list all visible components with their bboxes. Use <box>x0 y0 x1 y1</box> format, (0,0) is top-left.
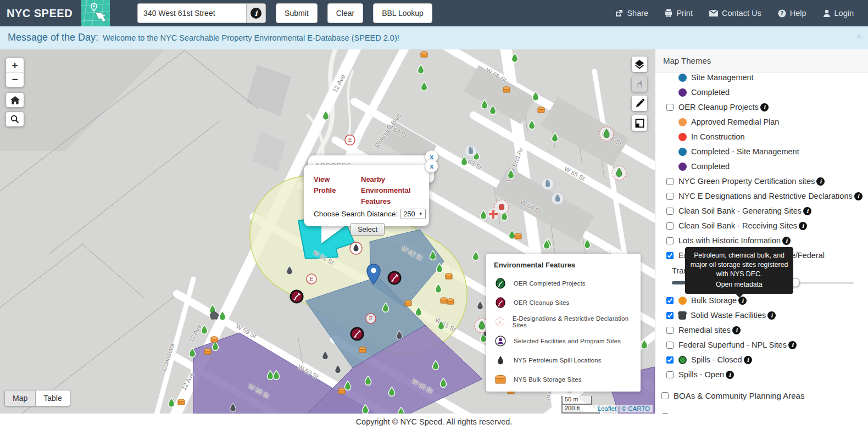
select-button[interactable]: Select <box>350 223 385 236</box>
spill-closed-marker[interactable] <box>489 105 497 115</box>
tab-map[interactable]: Map <box>4 390 36 406</box>
contact-us-link[interactable]: Contact Us <box>709 9 761 18</box>
bulk-storage-marker[interactable] <box>210 336 219 343</box>
open-metadata-link[interactable]: Open metadata <box>688 280 790 289</box>
spill-closed-marker[interactable] <box>472 251 480 261</box>
spill-closed-marker[interactable] <box>532 91 540 102</box>
checkbox-bulk-storage[interactable] <box>666 297 674 304</box>
spill-closed-marker[interactable] <box>420 81 429 92</box>
spill-closed-marker[interactable] <box>436 263 444 273</box>
share-link[interactable]: Share <box>615 9 648 18</box>
spill-closed-marker[interactable] <box>415 306 423 317</box>
oer-cleanup-marker[interactable] <box>387 271 402 286</box>
info-icon[interactable]: i <box>726 371 734 379</box>
checkbox-solid-waste-facilities[interactable] <box>666 312 674 319</box>
bulk-storage-marker[interactable] <box>445 273 453 280</box>
checkbox-spills-open[interactable] <box>666 371 674 378</box>
bbl-lookup-button[interactable]: BBL Lookup <box>373 3 432 23</box>
search-info-button[interactable]: i <box>246 3 266 23</box>
hospital-marker[interactable] <box>487 208 499 220</box>
e-designation-marker[interactable]: E <box>344 135 356 146</box>
tab-table[interactable]: Table <box>36 390 70 406</box>
draw-tool-button[interactable] <box>632 96 647 111</box>
bulk-storage-marker[interactable] <box>404 300 413 307</box>
checkbox-spills-closed[interactable] <box>666 356 674 364</box>
login-link[interactable]: Login <box>823 9 854 18</box>
zoom-in-button[interactable]: + <box>6 58 24 72</box>
checkbox-environmental-databases-state-federal[interactable] <box>666 252 674 259</box>
checkbox-lots-with-historic-information[interactable] <box>666 237 674 244</box>
checkbox-nyc-e-designations-and-restrictive-declarations[interactable] <box>666 193 674 200</box>
pan-tool-button[interactable]: ☝ <box>632 76 647 92</box>
spill-closed-marker[interactable] <box>432 360 440 371</box>
checkbox-remedial-sites[interactable] <box>666 327 674 334</box>
checkbox-oer-cleanup-projects[interactable] <box>666 104 674 111</box>
selected-facility-marker[interactable] <box>611 165 627 181</box>
info-icon[interactable]: i <box>732 326 741 334</box>
spill-closed-marker[interactable] <box>511 53 519 63</box>
spill-closed-marker[interactable] <box>480 210 488 220</box>
distance-select[interactable]: 250▼ <box>400 209 426 219</box>
checkbox-clean-soil-bank-receiving-sites[interactable] <box>666 222 674 230</box>
spill-closed-marker[interactable] <box>481 99 489 110</box>
checkbox-clean-soil-bank-generating-sites[interactable] <box>666 208 674 215</box>
spill-closed-marker[interactable] <box>361 404 370 414</box>
spill-closed-marker[interactable] <box>435 283 443 294</box>
petroleum-spill-marker[interactable] <box>334 364 342 374</box>
popup-close-icon[interactable]: x <box>425 160 438 172</box>
map-search-button[interactable] <box>5 111 24 127</box>
info-icon[interactable]: i <box>760 103 769 111</box>
print-link[interactable]: Print <box>665 9 693 18</box>
spill-closed-marker[interactable] <box>397 407 405 414</box>
carto-link[interactable]: © CARTO <box>621 405 650 412</box>
bulk-storage-marker[interactable] <box>420 51 429 58</box>
petroleum-spill-marker[interactable] <box>229 403 237 412</box>
checkbox-boas-community-planning-areas[interactable] <box>661 392 669 399</box>
oer-cleanup-marker[interactable] <box>290 289 304 304</box>
bulk-storage-marker[interactable] <box>177 399 186 406</box>
info-icon[interactable]: i <box>738 297 747 305</box>
spill-closed-marker[interactable] <box>168 398 176 408</box>
facility-hand-marker[interactable] <box>541 177 554 191</box>
nearby-features-link[interactable]: Nearby Environmental Features <box>361 174 421 207</box>
leaflet-link[interactable]: Leaflet <box>598 405 617 412</box>
bulk-storage-marker[interactable] <box>204 348 212 355</box>
checkbox-nyc-green-property-certification-sites[interactable] <box>666 178 674 185</box>
spill-closed-marker[interactable] <box>583 239 592 249</box>
view-profile-link[interactable]: View Profile <box>314 174 347 207</box>
selected-facility-marker[interactable] <box>598 126 615 142</box>
oer-cleanup-marker[interactable] <box>350 327 365 342</box>
home-button[interactable] <box>5 92 24 108</box>
bulk-storage-marker[interactable] <box>447 298 455 305</box>
address-search-input[interactable] <box>137 3 246 23</box>
map-canvas[interactable]: 12 Ave12 Ave12 AveConnectorRiverside Blv… <box>0 49 655 414</box>
spill-closed-marker[interactable] <box>528 120 536 130</box>
spill-closed-marker[interactable] <box>429 250 437 261</box>
motd-close-icon[interactable]: × <box>856 32 861 42</box>
solid-waste-marker[interactable] <box>210 311 219 320</box>
petroleum-spill-marker[interactable] <box>321 350 329 360</box>
checkbox-federal-superfund-npl-sites[interactable] <box>666 342 674 349</box>
petroleum-spill-marker[interactable] <box>286 265 293 275</box>
facility-hand-marker[interactable] <box>464 144 477 158</box>
bulk-storage-marker[interactable] <box>514 233 522 240</box>
bulk-storage-marker[interactable] <box>359 347 367 354</box>
petroleum-spill-marker[interactable] <box>476 300 484 310</box>
spill-closed-marker[interactable] <box>188 348 197 358</box>
selected-spill-marker[interactable] <box>349 241 363 255</box>
extent-tool-button[interactable] <box>632 115 647 131</box>
spill-closed-marker[interactable] <box>641 339 649 350</box>
bulk-storage-marker[interactable] <box>537 107 546 114</box>
facility-hand-marker[interactable] <box>551 192 564 205</box>
info-icon[interactable]: i <box>767 311 776 320</box>
spill-closed-marker[interactable] <box>382 303 390 313</box>
layers-button[interactable] <box>632 57 647 72</box>
bulk-storage-marker[interactable] <box>338 388 346 395</box>
spill-closed-marker[interactable] <box>388 387 396 397</box>
help-link[interactable]: ? Help <box>778 9 806 18</box>
info-icon[interactable]: i <box>854 192 863 200</box>
clear-button[interactable]: Clear <box>327 3 363 23</box>
spill-closed-marker[interactable] <box>364 376 372 386</box>
info-icon[interactable]: i <box>782 237 791 245</box>
petroleum-spill-marker[interactable] <box>396 330 403 340</box>
